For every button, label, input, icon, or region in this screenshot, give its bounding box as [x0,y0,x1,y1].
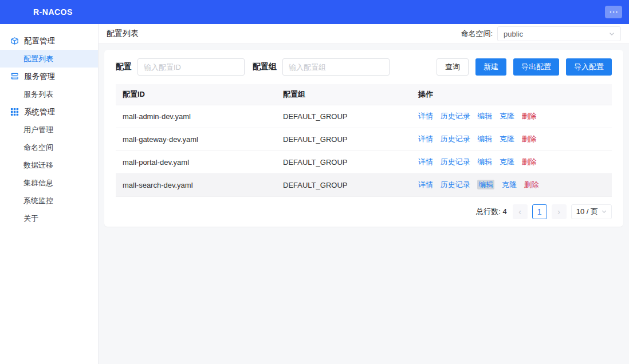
sidebar-group-label: 服务管理 [24,72,55,82]
actions-cell: 详情 历史记录 编辑 克隆 删除 [411,105,612,128]
page-header: 配置列表 命名空间: public [99,24,629,44]
config-management-icon [10,37,19,45]
clone-link[interactable]: 克隆 [500,134,514,143]
config-id-cell: mall-search-dev.yaml [116,173,276,196]
edit-link[interactable]: 编辑 [477,112,492,120]
page-size-value: 10 / 页 [576,207,598,217]
actions-cell: 详情 历史记录 编辑 克隆 删除 [411,151,612,173]
config-table: 配置ID 配置组 操作 mall-admin-dev.yaml DEFAULT_… [116,84,612,197]
config-id-filter-label: 配置 [116,62,132,72]
app-title: R-NACOS [33,7,73,17]
detail-link[interactable]: 详情 [418,157,433,166]
content-area: 配置 配置组 查询 新建 导出配置 导入配置 配置ID [99,44,629,364]
topbar: R-NACOS ⋯ [0,0,629,24]
table-row: mall-portal-dev.yaml DEFAULT_GROUP 详情 历史… [116,151,612,173]
create-button[interactable]: 新建 [475,58,506,76]
clone-link[interactable]: 克隆 [500,112,514,120]
export-config-button[interactable]: 导出配置 [513,58,559,76]
page-number-button[interactable]: 1 [532,204,547,219]
clone-link[interactable]: 克隆 [500,157,514,166]
delete-link[interactable]: 删除 [522,157,537,166]
actions-cell: 详情 历史记录 编辑 克隆 删除 [411,173,612,196]
table-row: mall-admin-dev.yaml DEFAULT_GROUP 详情 历史记… [116,105,612,128]
config-group-cell: DEFAULT_GROUP [276,105,411,128]
sidebar-group-service-management[interactable]: 服务管理 [0,68,98,85]
import-config-button[interactable]: 导入配置 [566,58,612,76]
sidebar-item-cluster-info[interactable]: 集群信息 [0,174,98,192]
sidebar-item-label: 命名空间 [23,143,53,153]
filter-bar: 配置 配置组 查询 新建 导出配置 导入配置 [116,58,612,76]
history-link[interactable]: 历史记录 [441,112,470,120]
sidebar-item-label: 用户管理 [23,125,53,135]
namespace-select[interactable]: public [497,26,621,41]
config-id-input[interactable] [137,58,245,76]
sidebar-item-label: 系统监控 [23,196,53,206]
prev-page-button[interactable]: ‹ [513,204,528,219]
edit-link[interactable]: 编辑 [477,134,492,143]
delete-link[interactable]: 删除 [522,112,537,120]
sidebar-group-label: 配置管理 [24,36,55,46]
column-header-config-id: 配置ID [116,84,276,105]
namespace-label: 命名空间: [461,29,493,39]
history-link[interactable]: 历史记录 [441,134,470,143]
service-management-icon [10,72,19,81]
config-group-input[interactable] [282,58,390,76]
table-row: mall-search-dev.yaml DEFAULT_GROUP 详情 历史… [116,173,612,196]
chevron-left-icon: ‹ [518,207,521,216]
detail-link[interactable]: 详情 [418,112,433,120]
table-header-row: 配置ID 配置组 操作 [116,84,612,105]
sidebar-item-label: 关于 [23,213,38,224]
edit-link[interactable]: 编辑 [477,180,494,189]
actions-cell: 详情 历史记录 编辑 克隆 删除 [411,128,612,151]
sidebar: 配置管理 配置列表 服务管理 服务列表 系统管理 用户管理 命名空间 数据迁移 [0,24,99,364]
column-header-actions: 操作 [411,84,612,105]
sidebar-item-data-migration[interactable]: 数据迁移 [0,156,98,174]
namespace-control: 命名空间: public [461,26,621,41]
history-link[interactable]: 历史记录 [441,180,470,189]
column-header-config-group: 配置组 [276,84,411,105]
system-management-icon [10,108,19,116]
config-id-cell: mall-gateway-dev.yaml [116,128,276,151]
sidebar-item-label: 集群信息 [23,178,53,188]
config-id-cell: mall-admin-dev.yaml [116,105,276,128]
edit-link[interactable]: 编辑 [477,157,492,166]
config-group-filter-label: 配置组 [253,62,277,72]
sidebar-group-config-management[interactable]: 配置管理 [0,32,98,50]
main-layout: 配置管理 配置列表 服务管理 服务列表 系统管理 用户管理 命名空间 数据迁移 [0,24,629,364]
sidebar-item-about[interactable]: 关于 [0,209,98,227]
sidebar-item-service-list[interactable]: 服务列表 [0,85,98,103]
config-group-cell: DEFAULT_GROUP [276,128,411,151]
chevron-down-icon [602,209,607,214]
topbar-menu-button[interactable]: ⋯ [605,6,622,18]
detail-link[interactable]: 详情 [418,134,433,143]
sidebar-item-namespace[interactable]: 命名空间 [0,139,98,156]
filter-actions: 查询 新建 导出配置 导入配置 [437,58,612,76]
config-list-card: 配置 配置组 查询 新建 导出配置 导入配置 配置ID [104,50,623,227]
config-id-cell: mall-portal-dev.yaml [116,151,276,173]
pagination: 总行数: 4 ‹ 1 › 10 / 页 [116,204,612,219]
sidebar-item-label: 配置列表 [23,54,53,64]
main-panel: 配置列表 命名空间: public 配置 配置组 [99,24,629,364]
config-group-cell: DEFAULT_GROUP [276,151,411,173]
chevron-right-icon: › [557,207,560,216]
sidebar-item-label: 数据迁移 [23,160,53,171]
sidebar-item-system-monitor[interactable]: 系统监控 [0,192,98,209]
next-page-button[interactable]: › [552,204,567,219]
sidebar-item-user-management[interactable]: 用户管理 [0,121,98,139]
namespace-value: public [504,30,523,38]
page-size-select[interactable]: 10 / 页 [571,204,612,219]
delete-link[interactable]: 删除 [522,134,537,143]
query-button[interactable]: 查询 [437,58,469,76]
config-group-cell: DEFAULT_GROUP [276,173,411,196]
detail-link[interactable]: 详情 [418,180,433,189]
sidebar-group-system-management[interactable]: 系统管理 [0,103,98,121]
total-rows-label: 总行数: 4 [476,207,506,217]
history-link[interactable]: 历史记录 [441,157,470,166]
chevron-down-icon [609,31,615,37]
delete-link[interactable]: 删除 [524,180,539,189]
clone-link[interactable]: 克隆 [502,180,517,189]
sidebar-item-config-list[interactable]: 配置列表 [0,50,98,68]
sidebar-group-label: 系统管理 [24,107,55,117]
page-title: 配置列表 [107,29,139,39]
table-row: mall-gateway-dev.yaml DEFAULT_GROUP 详情 历… [116,128,612,151]
